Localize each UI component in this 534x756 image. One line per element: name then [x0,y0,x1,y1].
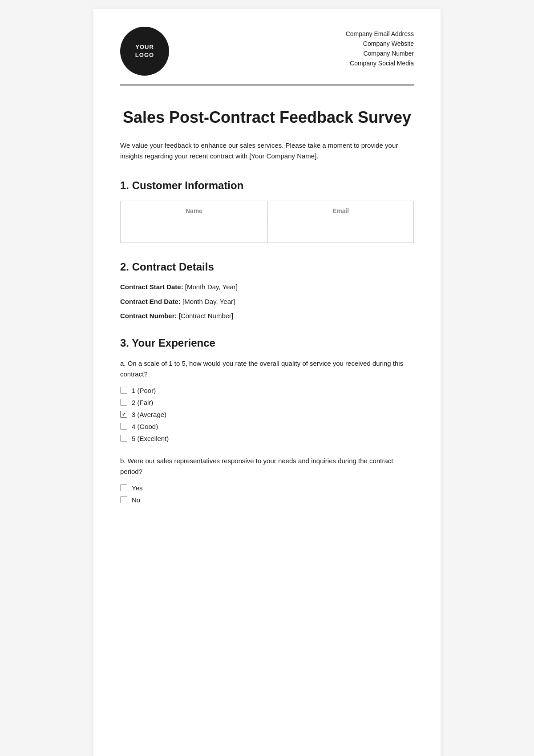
contract-start-date-label: Contract Start Date: [120,283,183,291]
rating-label-5: 5 (Excellent) [132,435,169,442]
company-number: Company Number [346,50,414,57]
company-email: Company Email Address [346,30,414,37]
checkbox-icon-rating-1 [120,387,127,394]
contract-start-date: Contract Start Date: [Month Day, Year] [120,282,414,292]
document-title: Sales Post-Contract Feedback Survey [120,108,414,127]
contract-number-label: Contract Number: [120,312,177,319]
checkbox-icon-rating-4 [120,423,127,430]
contract-end-date-label: Contract End Date: [120,298,181,305]
company-website: Company Website [346,40,414,47]
rating-checkbox-group: 1 (Poor)2 (Fair)3 (Average)4 (Good)5 (Ex… [120,387,414,442]
question-a-text: a. On a scale of 1 to 5, how would you r… [120,358,414,380]
rating-label-2: 2 (Fair) [132,399,153,406]
contract-start-date-value: [Month Day, Year] [185,283,238,291]
responsiveness-label-2: No [132,496,140,504]
logo-text-line1: YOUR [135,43,154,51]
contract-number-value: [Contract Number] [179,312,234,319]
contract-end-date: Contract End Date: [Month Day, Year] [120,297,414,307]
customer-email-cell[interactable] [268,221,414,243]
table-data-row [121,221,414,243]
company-logo: YOUR LOGO [120,27,169,76]
company-social: Company Social Media [346,60,414,67]
responsiveness-label-1: Yes [132,484,142,492]
checkbox-icon-rating-5 [120,435,127,442]
rating-label-1: 1 (Poor) [132,387,156,394]
responsiveness-checkbox-group: YesNo [120,484,414,504]
rating-option-5[interactable]: 5 (Excellent) [120,435,414,442]
page-header: YOUR LOGO Company Email Address Company … [120,27,414,85]
contract-end-date-value: [Month Day, Year] [182,298,235,305]
rating-option-4[interactable]: 4 (Good) [120,423,414,430]
checkbox-icon-rating-3 [120,411,127,418]
responsiveness-option-2[interactable]: No [120,496,414,504]
page-container: YOUR LOGO Company Email Address Company … [93,9,441,756]
logo-text-line2: LOGO [135,51,154,59]
section2-title: 2. Contract Details [120,261,414,273]
rating-label-3: 3 (Average) [132,411,166,418]
section-experience: 3. Your Experience a. On a scale of 1 to… [120,337,414,504]
section3-title: 3. Your Experience [120,337,414,349]
section1-title: 1. Customer Information [120,179,414,192]
col-header-email: Email [268,201,414,221]
section-customer-info: 1. Customer Information Name Email [120,179,414,243]
rating-option-3[interactable]: 3 (Average) [120,411,414,418]
checkbox-icon-rating-2 [120,399,127,406]
contract-number: Contract Number: [Contract Number] [120,311,414,321]
responsiveness-option-1[interactable]: Yes [120,484,414,492]
intro-text: We value your feedback to enhance our sa… [120,140,414,162]
rating-option-2[interactable]: 2 (Fair) [120,399,414,406]
section-contract-details: 2. Contract Details Contract Start Date:… [120,261,414,321]
customer-name-cell[interactable] [121,221,268,243]
customer-info-table: Name Email [120,201,414,243]
table-header-row: Name Email [121,201,414,221]
rating-label-4: 4 (Good) [132,423,158,430]
col-header-name: Name [121,201,268,221]
rating-option-1[interactable]: 1 (Poor) [120,387,414,394]
checkbox-icon-resp-2 [120,496,127,503]
question-b-text: b. Were our sales representatives respon… [120,456,414,477]
company-info-block: Company Email Address Company Website Co… [346,27,414,67]
checkbox-icon-resp-1 [120,484,127,491]
